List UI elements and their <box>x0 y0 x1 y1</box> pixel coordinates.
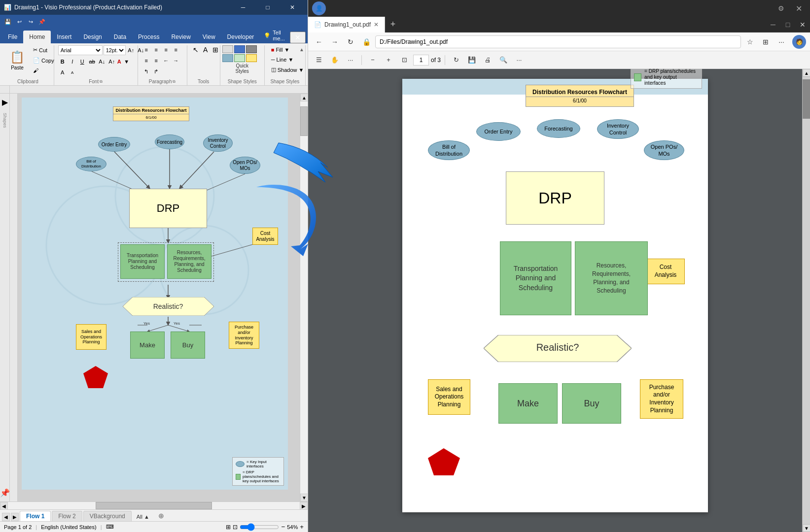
zoom-out-pdf[interactable]: − <box>366 53 380 67</box>
line-button[interactable]: ─ Line ▼ <box>269 55 296 64</box>
pdf-scroll-thumb[interactable] <box>803 79 810 119</box>
pdf-content[interactable]: Distribution Resources Flowchart 6/1/00 <box>308 69 802 532</box>
home-tab[interactable]: Home <box>23 31 51 43</box>
file-tab[interactable]: File <box>2 31 23 43</box>
nav-profile[interactable]: 🧑 <box>792 35 806 49</box>
view-tab[interactable]: View <box>197 31 221 43</box>
close-pdf-button[interactable]: ✕ <box>795 17 810 32</box>
font-size-select[interactable]: 12pt. <box>104 45 126 55</box>
cut-button[interactable]: ✂Cut <box>31 45 57 55</box>
back-button[interactable]: ← <box>312 35 326 49</box>
para-expand-icon[interactable]: ⧉ <box>173 79 176 84</box>
rotate-tool[interactable]: ↻ <box>449 53 463 67</box>
ribbon-collapse-button[interactable]: ▲ <box>298 45 306 53</box>
align-center-button[interactable]: ≡ <box>152 45 161 54</box>
save-pdf[interactable]: 💾 <box>465 53 479 67</box>
indent-dec-button[interactable]: ← <box>162 56 171 65</box>
zoom-in-pdf[interactable]: + <box>382 53 395 67</box>
smaller-font-button[interactable]: A <box>68 68 77 77</box>
numbering-button[interactable]: ≡ <box>152 56 161 65</box>
scroll-right-button[interactable]: ▶ <box>300 502 308 510</box>
panel-toggle[interactable]: ▶ Shapes 📌 <box>0 94 10 501</box>
underline-button[interactable]: U <box>78 57 87 66</box>
style-preview-2[interactable] <box>234 45 245 53</box>
zoom-button[interactable]: ⊞ <box>759 35 773 49</box>
fill-button[interactable]: ■ Fill ▼ <box>269 45 292 54</box>
review-tab[interactable]: Review <box>165 31 196 43</box>
style-preview-1[interactable] <box>222 45 233 53</box>
align-left-button[interactable]: ≡ <box>142 45 151 54</box>
scroll-h-thumb[interactable] <box>96 502 212 509</box>
process-tab[interactable]: Process <box>132 31 165 43</box>
zoom-out-button[interactable]: − <box>281 523 285 531</box>
developer-tab[interactable]: Developer <box>221 31 260 43</box>
bullets-button[interactable]: ≡ <box>142 56 151 65</box>
tell-me-button[interactable]: 💡Tell me... <box>260 28 290 43</box>
settings-button[interactable]: ⚙ <box>774 1 788 16</box>
forward-button[interactable]: → <box>328 35 342 49</box>
print-pdf[interactable]: 🖨 <box>481 53 494 67</box>
more-tools[interactable]: ··· <box>344 53 357 67</box>
bigger-font-button[interactable]: A <box>58 68 67 77</box>
italic-button[interactable]: I <box>68 57 77 66</box>
increase-font-button[interactable]: A↑ <box>127 46 136 55</box>
scroll-up-button[interactable]: ▲ <box>300 94 308 101</box>
pdf-scroll-down[interactable]: ▼ <box>803 524 810 532</box>
align-right-button[interactable]: ≡ <box>162 45 171 54</box>
fit-page-button[interactable]: ⊞ <box>226 524 231 531</box>
superscript-button[interactable]: A↑ <box>107 57 116 66</box>
justify-button[interactable]: ≡ <box>172 45 180 54</box>
flow2-tab[interactable]: Flow 2 <box>52 511 82 521</box>
font-family-select[interactable]: Arial <box>58 45 103 55</box>
more-pdf[interactable]: ··· <box>512 53 526 67</box>
bold-button[interactable]: B <box>58 57 67 66</box>
scroll-down-button[interactable]: ▼ <box>300 494 308 501</box>
redo-qat-button[interactable]: ↪ <box>26 17 35 27</box>
ribbon-close-button[interactable]: ✕ <box>290 32 306 43</box>
pdf-scroll-track[interactable] <box>803 77 810 524</box>
format-painter-button[interactable]: 🖌 <box>31 66 57 75</box>
zoom-slider[interactable] <box>240 523 279 531</box>
zoom-in-button[interactable]: + <box>300 523 304 531</box>
subscript-button[interactable]: A↓ <box>98 57 106 66</box>
undo-qat-button[interactable]: ↩ <box>14 17 24 27</box>
tab-scroll-left[interactable]: ◀ <box>2 513 10 521</box>
save-qat-button[interactable]: 💾 <box>3 17 13 27</box>
style-preview-5[interactable] <box>234 54 245 62</box>
style-preview-6[interactable] <box>246 54 257 62</box>
close-tab-button[interactable]: ✕ <box>374 21 379 28</box>
fit-page-pdf[interactable]: ⊡ <box>397 53 411 67</box>
insert-tab[interactable]: Insert <box>51 31 77 43</box>
text-tool-button[interactable]: A <box>201 45 210 54</box>
strikethrough-button[interactable]: ab <box>88 57 97 66</box>
connection-tool-button[interactable]: ⊞ <box>211 45 220 54</box>
vbackground-tab[interactable]: VBackground <box>83 511 132 521</box>
scroll-h-track[interactable] <box>8 502 300 509</box>
style-preview-3[interactable] <box>246 45 257 53</box>
page-number-input[interactable] <box>413 55 429 66</box>
search-pdf[interactable]: 🔍 <box>496 53 510 67</box>
font-expand-icon[interactable]: ⧉ <box>100 79 103 84</box>
sidebar-toggle[interactable]: ☰ <box>312 53 326 67</box>
ltr-button[interactable]: ↰ <box>142 67 151 76</box>
paste-button[interactable]: 📋 Paste <box>6 45 29 75</box>
pointer-tool-button[interactable]: ↖ <box>191 45 200 54</box>
scroll-left-button[interactable]: ◀ <box>0 502 8 510</box>
indent-inc-button[interactable]: → <box>172 56 180 65</box>
pin-qat-button[interactable]: 📌 <box>37 17 47 27</box>
data-tab[interactable]: Data <box>108 31 132 43</box>
shadow-button[interactable]: ◫ Shadow ▼ <box>269 65 307 74</box>
add-sheet-button[interactable]: ⊕ <box>154 510 168 521</box>
maximize-pdf-button[interactable]: □ <box>780 17 795 32</box>
pdf-tab[interactable]: 📄 Drawing1_out.pdf ✕ <box>308 17 385 33</box>
horizontal-scrollbar[interactable]: ◀ ▶ <box>0 501 308 509</box>
minimize-pdf-button[interactable]: ─ <box>766 17 780 32</box>
profile-avatar[interactable]: 👤 <box>312 1 326 15</box>
info-button[interactable]: 🔒 <box>359 35 373 49</box>
style-preview-4[interactable] <box>222 54 233 62</box>
pdf-close-button[interactable]: ✕ <box>791 1 806 16</box>
normal-view-button[interactable]: ⊡ <box>233 524 238 531</box>
flow1-tab[interactable]: Flow 1 <box>20 511 51 521</box>
url-input[interactable] <box>375 35 741 48</box>
more-options-button[interactable]: ··· <box>775 35 788 49</box>
